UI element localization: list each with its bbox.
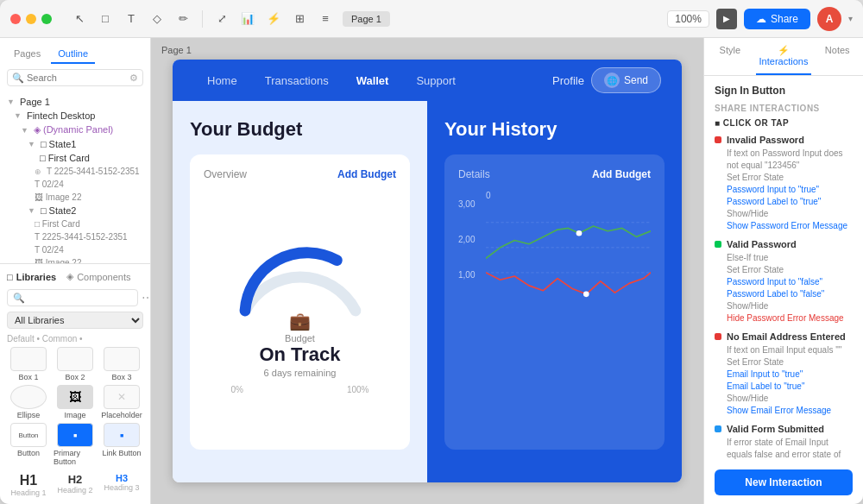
action-link-1a[interactable]: Password Input to "true"	[727, 184, 853, 196]
tab-libraries[interactable]: □ Libraries	[7, 271, 56, 282]
budget-icon: 💼	[259, 311, 340, 331]
interaction-trigger-3: No Email Address Entered	[715, 331, 853, 342]
toolbar-right: 100% ▶ ☁ Share A ▾	[667, 7, 853, 31]
library-select[interactable]: All Libraries	[7, 312, 143, 329]
lib-button[interactable]: Button Button	[7, 423, 50, 466]
lib-image[interactable]: 🖼 Image	[54, 385, 97, 419]
tree-card-number-1[interactable]: ⊕T 2225-3441-5152-2351	[0, 165, 150, 178]
action-link-2a[interactable]: Password Input to "false"	[727, 276, 853, 288]
sign-in-button-section: Sign In Button SHARE INTERACTIONS ■ CLIC…	[704, 76, 863, 461]
align-tool[interactable]: ≡	[315, 9, 336, 29]
lib-box2[interactable]: Box 2	[54, 347, 97, 381]
tab-components[interactable]: ◈ Components	[66, 271, 130, 282]
tree-page1[interactable]: ▼Page 1	[0, 95, 150, 109]
budget-section: Your Budget Overview Add Budget	[173, 101, 427, 482]
lib-box3[interactable]: Box 3	[100, 347, 143, 381]
tree-image-2[interactable]: 🖼 Image 22	[0, 256, 150, 263]
red-dot-1	[715, 136, 721, 143]
library-sublabel: Default • Common •	[7, 334, 143, 343]
add-budget-button[interactable]: Add Budget	[337, 168, 396, 180]
interaction-trigger-1: Invalid Password	[715, 135, 853, 145]
action-link-2b[interactable]: Password Label to "false"	[727, 288, 853, 300]
box2-preview	[57, 347, 93, 371]
tree-card-number-2[interactable]: T 2225-3441-5152-2351	[0, 230, 150, 243]
interaction-label-4: Valid Form Submitted	[727, 424, 824, 434]
nav-wallet[interactable]: Wallet	[343, 60, 403, 101]
placeholder-label: Placeholder	[101, 411, 142, 419]
shape-tool[interactable]: ◇	[147, 9, 167, 29]
tree-dynamic-panel[interactable]: ▼◈ (Dynamic Panel)	[0, 123, 150, 137]
filter-tool[interactable]: ⚡	[263, 9, 284, 29]
tree-fintech-desktop[interactable]: ▼Fintech Desktop	[0, 109, 150, 123]
filter-icon[interactable]: ⚙	[129, 72, 138, 84]
nav-home[interactable]: Home	[193, 60, 251, 101]
grid-tool[interactable]: ⊞	[289, 9, 310, 29]
tree-first-card-2[interactable]: □ First Card	[0, 217, 150, 230]
library-search[interactable]	[7, 289, 138, 306]
action-link-3a[interactable]: Email Input to "true"	[727, 369, 853, 381]
components-icon: ◈	[66, 271, 73, 282]
tree-date-2[interactable]: T 02/24	[0, 243, 150, 256]
action-link-1c[interactable]: Show Password Error Message	[727, 220, 853, 232]
library-search-row: ⋯	[7, 289, 143, 306]
nav-right: Profile 🌐 Send	[552, 67, 661, 93]
library-tabs: □ Libraries ◈ Components	[7, 271, 143, 282]
search-input[interactable]	[7, 69, 143, 86]
tab-interactions[interactable]: ⚡ Interactions	[756, 38, 812, 75]
tab-outline[interactable]: Outline	[51, 45, 95, 64]
heading-h3[interactable]: H3 Heading 3	[100, 473, 143, 497]
share-button[interactable]: ☁ Share	[744, 9, 810, 29]
nav-profile[interactable]: Profile	[552, 74, 584, 87]
heading-h2[interactable]: H2 Heading 2	[54, 473, 97, 497]
minimize-button[interactable]	[26, 14, 36, 24]
play-button[interactable]: ▶	[716, 9, 737, 29]
libraries-icon: □	[7, 272, 13, 282]
frame-tool[interactable]: □	[95, 9, 116, 29]
tab-style[interactable]: Style	[704, 38, 756, 75]
panel-section-title: Sign In Button	[715, 85, 853, 97]
tree-image-1[interactable]: 🖼 Image 22	[0, 191, 150, 204]
page-tab[interactable]: Page 1	[343, 11, 390, 27]
expand-tool[interactable]: ⤢	[211, 9, 232, 29]
image-label: Image	[64, 411, 85, 419]
image-preview: 🖼	[57, 385, 93, 409]
lib-box1[interactable]: Box 1	[7, 347, 50, 381]
interaction-no-email: No Email Address Entered If text on Emai…	[715, 331, 853, 417]
lib-link-button[interactable]: ■ Link Button	[100, 423, 143, 466]
nav-support[interactable]: Support	[402, 60, 469, 101]
canvas-area[interactable]: Page 1 Home Transactions Wallet Support …	[151, 38, 703, 504]
library-more-icon[interactable]: ⋯	[142, 291, 151, 305]
chevron-down-icon[interactable]: ▾	[848, 14, 853, 23]
send-button[interactable]: 🌐 Send	[591, 67, 661, 93]
tree-date-1[interactable]: T 02/24	[0, 178, 150, 191]
action-link-1b[interactable]: Password Label to "true"	[727, 196, 853, 208]
lib-placeholder[interactable]: ✕ Placeholder	[100, 385, 143, 419]
interaction-label-3: No Email Address Entered	[727, 331, 846, 342]
action-link-3c[interactable]: Show Email Error Message	[727, 405, 853, 417]
budget-title: Your Budget	[190, 118, 410, 141]
tree-state2[interactable]: ▼□ State2	[0, 204, 150, 217]
action-link-2c[interactable]: Hide Password Error Message	[727, 312, 853, 324]
add-budget-history-button[interactable]: Add Budget	[592, 168, 651, 180]
chart-tool[interactable]: 📊	[237, 9, 258, 29]
tree-first-card-1[interactable]: □ First Card	[0, 151, 150, 165]
nav-transactions[interactable]: Transactions	[251, 60, 343, 101]
user-avatar[interactable]: A	[817, 7, 841, 31]
zoom-display[interactable]: 100%	[667, 10, 709, 28]
tab-notes[interactable]: Notes	[811, 38, 863, 75]
select-tool[interactable]: ↖	[69, 9, 90, 29]
maximize-button[interactable]	[41, 14, 52, 24]
action-link-3b[interactable]: Email Label to "true"	[727, 381, 853, 393]
box3-preview	[104, 347, 140, 371]
lib-primary-button[interactable]: ■ Primary Button	[54, 423, 97, 466]
close-button[interactable]	[10, 14, 21, 24]
new-interaction-button[interactable]: New Interaction	[715, 469, 853, 495]
interaction-trigger-2: Valid Password	[715, 239, 853, 249]
pen-tool[interactable]: ✏	[173, 9, 193, 29]
tree-state1[interactable]: ▼□ State1	[0, 137, 150, 151]
heading-h1[interactable]: H1 Heading 1	[7, 473, 50, 497]
budget-card: Overview Add Budget	[190, 154, 410, 450]
tab-pages[interactable]: Pages	[7, 45, 47, 64]
text-tool[interactable]: T	[121, 9, 142, 29]
lib-ellipse[interactable]: Ellipse	[7, 385, 50, 419]
